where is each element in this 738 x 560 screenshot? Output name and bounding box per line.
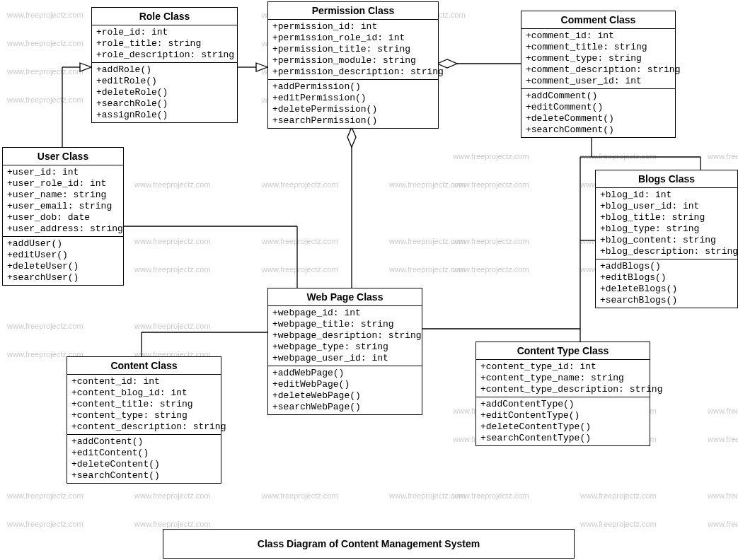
- watermark: www.freeprojectz.com: [7, 67, 83, 76]
- attribute: +content_blog_id: int: [71, 387, 217, 399]
- attribute: +content_type_name: string: [480, 373, 645, 384]
- method: +addContentType(): [480, 399, 645, 410]
- class-methods: +addComment()+editComment()+deleteCommen…: [521, 89, 675, 137]
- attribute: +blog_user_id: int: [600, 201, 733, 212]
- attribute: +user_name: string: [7, 189, 119, 201]
- class-attributes: +content_id: int+content_blog_id: int+co…: [67, 375, 221, 435]
- attribute: +blog_id: int: [600, 189, 733, 201]
- method: +searchRole(): [96, 98, 233, 110]
- class-methods: +addPermission()+editPermission()+delete…: [268, 80, 438, 128]
- watermark: www.freeprojectz.com: [7, 520, 83, 528]
- watermark: www.freeprojectz.com: [134, 520, 211, 528]
- attribute: +role_title: string: [96, 38, 233, 49]
- method: +editPermission(): [272, 93, 434, 104]
- attribute: +webpage_user_id: int: [272, 353, 417, 364]
- method: +deleteRole(): [96, 87, 233, 98]
- watermark: www.freeprojectz.com: [389, 237, 466, 245]
- method: +addUser(): [7, 238, 119, 250]
- attribute: +content_type_description: string: [480, 384, 645, 395]
- class-title: Content Type Class: [476, 342, 650, 360]
- attribute: +role_id: int: [96, 27, 233, 38]
- attribute: +content_title: string: [71, 399, 217, 410]
- method: +addWebPage(): [272, 368, 417, 379]
- watermark: www.freeprojectz.com: [7, 11, 83, 19]
- class-title: Web Page Class: [268, 288, 422, 306]
- watermark: www.freeprojectz.com: [453, 180, 529, 189]
- attribute: +comment_description: string: [526, 64, 671, 76]
- watermark: www.freeprojectz.com: [7, 322, 83, 330]
- watermark: www.freeprojectz.com: [708, 520, 738, 528]
- attribute: +blog_content: string: [600, 235, 733, 246]
- class-methods: +addUser()+editUser()+deleteUser()+searc…: [3, 237, 123, 285]
- method: +searchWebPage(): [272, 402, 417, 413]
- method: +searchBlogs(): [600, 295, 733, 306]
- watermark: www.freeprojectz.com: [708, 152, 738, 161]
- svg-marker-7: [347, 127, 356, 147]
- method: +editWebPage(): [272, 379, 417, 390]
- watermark: www.freeprojectz.com: [580, 491, 657, 500]
- watermark: www.freeprojectz.com: [262, 237, 338, 245]
- attribute: +permission_module: string: [272, 55, 434, 66]
- class-methods: +addContent()+editContent()+deleteConten…: [67, 435, 221, 483]
- class-methods: +addContentType()+editContentType()+dele…: [476, 397, 650, 445]
- attribute: +webpage_type: string: [272, 342, 417, 353]
- attribute: +content_type_id: int: [480, 361, 645, 373]
- attribute: +webpage_desription: string: [272, 330, 417, 342]
- class-methods: +addWebPage()+editWebPage()+deleteWebPag…: [268, 366, 422, 414]
- method: +deleteContentType(): [480, 421, 645, 433]
- method: +deleteContent(): [71, 459, 217, 470]
- method: +deleteWebPage(): [272, 390, 417, 402]
- attribute: +webpage_id: int: [272, 308, 417, 319]
- watermark: www.freeprojectz.com: [580, 520, 657, 528]
- class-attributes: +blog_id: int+blog_user_id: int+blog_tit…: [596, 188, 737, 259]
- class-attributes: +user_id: int+user_role_id: int+user_nam…: [3, 165, 123, 237]
- method: +deleteUser(): [7, 261, 119, 272]
- attribute: +user_id: int: [7, 167, 119, 178]
- method: +assignRole(): [96, 110, 233, 121]
- attribute: +blog_description: string: [600, 246, 733, 257]
- watermark: www.freeprojectz.com: [708, 491, 738, 500]
- svg-marker-2: [80, 63, 91, 71]
- watermark: www.freeprojectz.com: [580, 152, 657, 161]
- method: +editBlogs(): [600, 272, 733, 284]
- attribute: +content_id: int: [71, 376, 217, 387]
- class-title: Content Class: [67, 357, 221, 375]
- watermark: www.freeprojectz.com: [389, 180, 466, 189]
- diagram-caption: Class Diagram of Content Management Syst…: [163, 529, 575, 559]
- method: +searchContentType(): [480, 433, 645, 444]
- watermark: www.freeprojectz.com: [453, 237, 529, 245]
- attribute: +user_role_id: int: [7, 178, 119, 189]
- watermark: www.freeprojectz.com: [708, 407, 738, 415]
- attribute: +webpage_title: string: [272, 319, 417, 330]
- class-attributes: +comment_id: int+comment_title: string+c…: [521, 29, 675, 89]
- method: +addPermission(): [272, 81, 434, 93]
- class-attributes: +permission_id: int+permission_role_id: …: [268, 20, 438, 80]
- class-blogs: Blogs Class+blog_id: int+blog_user_id: i…: [595, 170, 738, 308]
- method: +deletePermission(): [272, 104, 434, 115]
- method: +deleteComment(): [526, 113, 671, 124]
- attribute: +permission_role_id: int: [272, 33, 434, 44]
- watermark: www.freeprojectz.com: [708, 435, 738, 443]
- method: +editContentType(): [480, 410, 645, 421]
- watermark: www.freeprojectz.com: [7, 95, 83, 104]
- attribute: +blog_type: string: [600, 223, 733, 235]
- svg-marker-4: [256, 63, 267, 71]
- attribute: +blog_title: string: [600, 212, 733, 223]
- class-methods: +addRole()+editRole()+deleteRole()+searc…: [92, 63, 237, 122]
- watermark: www.freeprojectz.com: [134, 180, 211, 189]
- class-title: User Class: [3, 148, 123, 165]
- watermark: www.freeprojectz.com: [262, 180, 338, 189]
- attribute: +user_address: string: [7, 223, 119, 235]
- attribute: +user_dob: date: [7, 212, 119, 223]
- watermark: www.freeprojectz.com: [134, 265, 211, 274]
- attribute: +permission_title: string: [272, 44, 434, 55]
- attribute: +comment_id: int: [526, 30, 671, 42]
- class-title: Role Class: [92, 8, 237, 25]
- method: +deleteBlogs(): [600, 284, 733, 295]
- watermark: www.freeprojectz.com: [453, 265, 529, 274]
- class-user: User Class+user_id: int+user_role_id: in…: [2, 147, 124, 286]
- watermark: www.freeprojectz.com: [134, 237, 211, 245]
- method: +searchContent(): [71, 470, 217, 482]
- watermark: www.freeprojectz.com: [389, 265, 466, 274]
- watermark: www.freeprojectz.com: [453, 491, 529, 500]
